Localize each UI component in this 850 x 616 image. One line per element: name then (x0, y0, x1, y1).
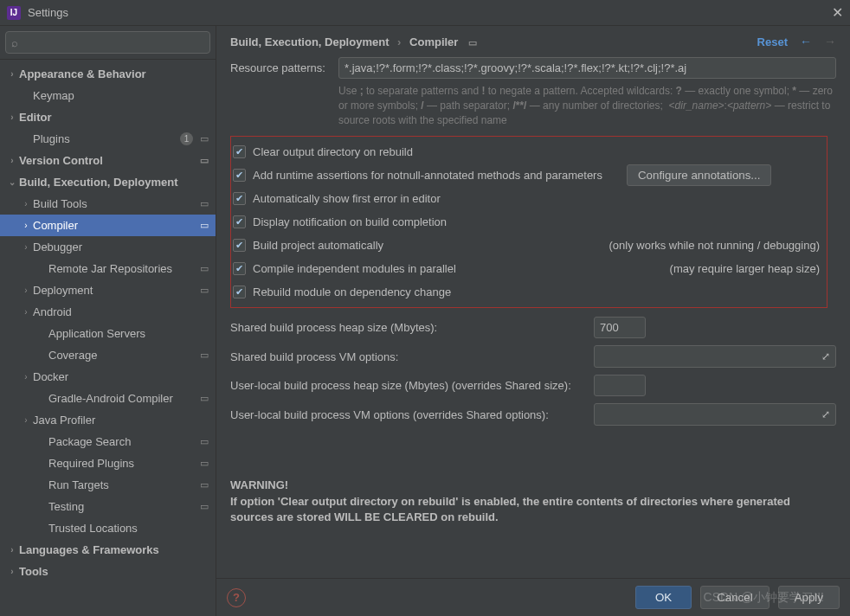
breadcrumb-root[interactable]: Build, Execution, Deployment (230, 35, 389, 48)
sidebar-item-label: Run Targets (48, 478, 196, 491)
resource-patterns-label: Resource patterns: (230, 57, 338, 74)
sidebar-item-keymap[interactable]: Keymap (0, 85, 216, 106)
scope-icon: ▭ (200, 393, 209, 404)
search-input[interactable]: ⌕ (5, 31, 210, 54)
help-icon[interactable]: ? (227, 588, 246, 607)
sidebar-item-plugins[interactable]: Plugins1▭ (0, 128, 216, 150)
sidebar-item-build-execution-deployment[interactable]: ⌄Build, Execution, Deployment (0, 171, 216, 193)
checkbox[interactable] (233, 192, 246, 205)
checkbox-note: (may require larger heap size) (670, 262, 827, 275)
sidebar-item-label: Version Control (19, 154, 196, 167)
sidebar-item-compiler[interactable]: ›Compiler▭ (0, 215, 216, 236)
compiler-checkboxes: Clear output directory on rebuildAdd run… (230, 136, 827, 308)
scope-icon: ▭ (200, 501, 209, 512)
sidebar-item-application-servers[interactable]: Application Servers (0, 323, 216, 344)
checkbox-label: Clear output directory on rebuild (253, 145, 413, 158)
reset-link[interactable]: Reset (757, 35, 788, 48)
sidebar-item-build-tools[interactable]: ›Build Tools▭ (0, 193, 216, 215)
warning-title: WARNING! (230, 478, 836, 493)
shared-heap-input[interactable] (594, 317, 646, 338)
scope-icon: ▭ (200, 285, 209, 296)
sidebar-item-languages-frameworks[interactable]: ›Languages & Frameworks (0, 539, 216, 561)
chevron-icon: › (19, 242, 33, 252)
sidebar-item-label: Appearance & Behavior (19, 67, 209, 80)
badge: 1 (180, 132, 193, 145)
checkbox[interactable] (233, 145, 246, 158)
sidebar-item-label: Remote Jar Repositories (48, 262, 196, 275)
checkbox-label: Add runtime assertions for notnull-annot… (253, 169, 602, 182)
apply-button[interactable]: Apply (778, 586, 840, 609)
expand-icon[interactable]: ⤢ (821, 408, 830, 420)
chevron-icon: › (19, 286, 33, 295)
sidebar-item-deployment[interactable]: ›Deployment▭ (0, 279, 216, 301)
resource-patterns-hint: Use ; to separate patterns and ! to nega… (338, 84, 836, 127)
sidebar-item-editor[interactable]: ›Editor (0, 106, 216, 128)
sidebar-item-label: Java Profiler (33, 414, 209, 427)
check-row: Automatically show first error in editor (233, 187, 827, 210)
check-row: Display notification on build completion (233, 210, 827, 234)
checkbox[interactable] (233, 169, 246, 182)
shared-vm-input[interactable]: ⤢ (594, 345, 836, 368)
nav-forward-icon: → (824, 35, 836, 48)
expand-icon[interactable]: ⤢ (821, 350, 830, 363)
content-panel: Build, Execution, Deployment › Compiler … (216, 26, 850, 616)
checkbox-label: Build project automatically (253, 239, 383, 252)
resource-patterns-input[interactable] (338, 57, 836, 79)
warning-body: If option 'Clear output directory on reb… (230, 494, 836, 525)
sidebar-item-label: Plugins (33, 132, 180, 145)
sidebar-item-version-control[interactable]: ›Version Control▭ (0, 150, 216, 171)
app-icon: IJ (7, 6, 21, 20)
breadcrumb-leaf: Compiler (409, 35, 458, 48)
checkbox-label: Automatically show first error in editor (253, 192, 441, 205)
sidebar-item-docker[interactable]: ›Docker (0, 366, 216, 388)
chevron-icon: › (19, 372, 33, 382)
sidebar-item-label: Build Tools (33, 197, 196, 210)
checkbox-label: Display notification on build completion (253, 215, 447, 228)
sidebar-item-label: Android (33, 305, 209, 318)
check-row: Add runtime assertions for notnull-annot… (233, 164, 827, 187)
checkbox[interactable] (233, 286, 246, 298)
sidebar-item-label: Deployment (33, 284, 196, 297)
user-vm-input[interactable]: ⤢ (594, 403, 836, 426)
chevron-icon: › (19, 307, 33, 317)
sidebar-item-run-targets[interactable]: Run Targets▭ (0, 474, 216, 496)
sidebar-item-debugger[interactable]: ›Debugger (0, 236, 216, 258)
sidebar-item-gradle-android-compiler[interactable]: Gradle-Android Compiler▭ (0, 388, 216, 409)
ok-button[interactable]: OK (635, 586, 692, 609)
nav-back-icon[interactable]: ← (800, 35, 812, 48)
scope-icon: ▭ (200, 220, 209, 231)
checkbox-label: Rebuild module on dependency change (253, 286, 451, 298)
checkbox[interactable] (233, 262, 246, 275)
chevron-icon: ⌄ (5, 177, 19, 187)
sidebar-item-remote-jar-repositories[interactable]: Remote Jar Repositories▭ (0, 258, 216, 279)
sidebar-item-label: Debugger (33, 241, 209, 253)
scope-icon: ▭ (200, 133, 209, 144)
checkbox[interactable] (233, 239, 246, 252)
checkbox[interactable] (233, 215, 246, 228)
sidebar-item-required-plugins[interactable]: Required Plugins▭ (0, 452, 216, 474)
check-row: Build project automatically(only works w… (233, 234, 827, 257)
sidebar-item-tools[interactable]: ›Tools (0, 561, 216, 582)
button-bar: ? OK Cancel Apply (216, 578, 850, 616)
checkbox-note: (only works while not running / debuggin… (609, 239, 827, 252)
chevron-icon: › (19, 199, 33, 209)
chevron-icon: › (19, 415, 33, 425)
sidebar-item-appearance-behavior[interactable]: ›Appearance & Behavior (0, 63, 216, 85)
sidebar-item-label: Package Search (48, 435, 196, 448)
scope-icon: ▭ (200, 479, 209, 491)
shared-vm-label: Shared build process VM options: (230, 350, 594, 363)
check-row: Compile independent modules in parallel(… (233, 257, 827, 280)
configure-annotations-button[interactable]: Configure annotations... (627, 164, 772, 186)
user-heap-input[interactable] (594, 375, 646, 396)
cancel-button[interactable]: Cancel (700, 586, 770, 609)
sidebar-item-android[interactable]: ›Android (0, 301, 216, 323)
sidebar-item-coverage[interactable]: Coverage▭ (0, 344, 216, 366)
close-icon[interactable]: ✕ (832, 4, 843, 21)
sidebar-item-label: Compiler (33, 219, 196, 232)
sidebar-item-package-search[interactable]: Package Search▭ (0, 431, 216, 452)
chevron-icon: › (5, 69, 19, 79)
sidebar-item-trusted-locations[interactable]: Trusted Locations (0, 517, 216, 539)
sidebar-item-java-profiler[interactable]: ›Java Profiler (0, 409, 216, 431)
sidebar-item-testing[interactable]: Testing▭ (0, 496, 216, 517)
chevron-icon: › (5, 156, 19, 165)
